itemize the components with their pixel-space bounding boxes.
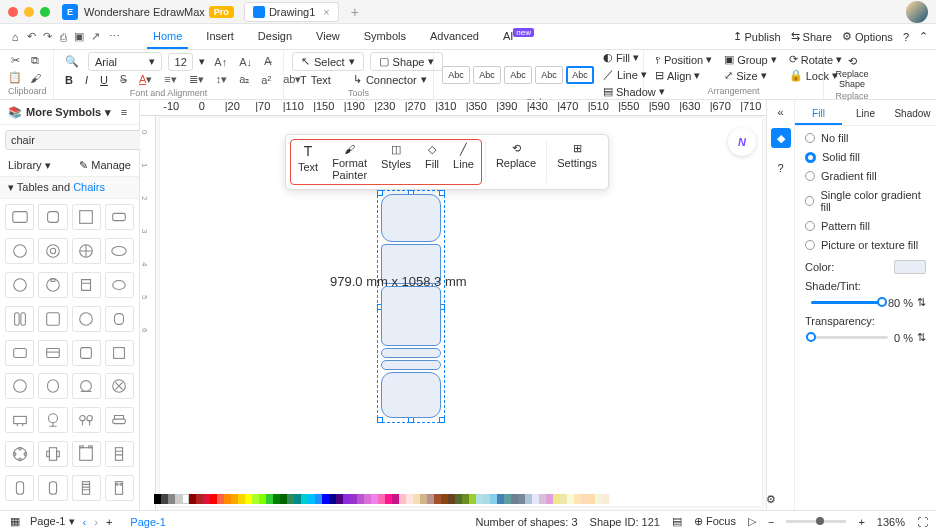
- ctx-fill[interactable]: ◇Fill: [418, 140, 446, 184]
- select-tool[interactable]: ↖ Select ▾: [292, 52, 364, 71]
- page-tab[interactable]: Page-1: [130, 516, 165, 528]
- focus-button[interactable]: ⊕ Focus: [694, 515, 736, 528]
- layers-icon[interactable]: ▤: [672, 515, 682, 528]
- save-icon[interactable]: ▣: [72, 30, 86, 44]
- zoom-out-icon[interactable]: −: [768, 516, 774, 528]
- shade-slider[interactable]: [811, 301, 882, 304]
- shape-thumb[interactable]: [38, 475, 67, 501]
- shape-thumb[interactable]: [72, 238, 101, 264]
- shape-thumb[interactable]: [105, 475, 134, 501]
- superscript-icon[interactable]: a²: [258, 72, 274, 88]
- style-preset-selected[interactable]: Abc: [566, 66, 594, 84]
- outline-icon[interactable]: ▦: [8, 515, 22, 529]
- line-spacing-icon[interactable]: ↕▾: [213, 71, 231, 88]
- selected-shape[interactable]: [381, 194, 441, 419]
- shape-thumb[interactable]: [105, 441, 134, 467]
- replace-shape-button[interactable]: ⟲ Replace Shape: [832, 52, 872, 91]
- ctx-settings[interactable]: ⊞Settings: [550, 139, 604, 185]
- more-symbols-button[interactable]: 📚 More Symbols▾ ≡: [0, 100, 139, 125]
- shape-thumb[interactable]: [5, 441, 34, 467]
- print-icon[interactable]: ⎙: [56, 30, 70, 44]
- ctx-line[interactable]: ╱Line: [446, 140, 481, 184]
- document-tab[interactable]: Drawing1 ×: [244, 2, 339, 22]
- group-dropdown[interactable]: ▣ Group▾: [721, 52, 780, 67]
- export-icon[interactable]: ↗: [88, 30, 102, 44]
- more-quick[interactable]: ⋯: [104, 28, 125, 45]
- shape-thumb[interactable]: [5, 475, 34, 501]
- category-header[interactable]: ▾ Tables and Chairs: [0, 176, 139, 199]
- tab-fill[interactable]: Fill: [795, 104, 842, 125]
- ai-assistant-button[interactable]: N: [728, 128, 756, 156]
- shape-thumb[interactable]: [105, 204, 134, 230]
- new-tab-button[interactable]: +: [345, 4, 365, 20]
- decrease-font-icon[interactable]: A↓: [236, 54, 255, 70]
- style-preset[interactable]: Abc: [442, 66, 470, 84]
- fill-picture-radio[interactable]: Picture or texture fill: [805, 239, 926, 251]
- text-tool[interactable]: T Text: [292, 72, 339, 88]
- shape-thumb[interactable]: [105, 272, 134, 298]
- prev-page-icon[interactable]: ‹: [83, 516, 87, 528]
- shape-thumb[interactable]: [72, 340, 101, 366]
- font-family-select[interactable]: Arial▾: [88, 52, 162, 71]
- help-icon[interactable]: ?: [903, 31, 909, 43]
- tab-insert[interactable]: Insert: [200, 25, 240, 49]
- shape-thumb[interactable]: [72, 373, 101, 399]
- ctx-replace[interactable]: ⟲Replace: [489, 139, 543, 185]
- ctx-text-button[interactable]: TText: [291, 140, 325, 184]
- present-icon[interactable]: ▷: [748, 515, 756, 528]
- add-page-icon[interactable]: +: [106, 516, 112, 528]
- shape-thumb[interactable]: [5, 204, 34, 230]
- shape-thumb[interactable]: [105, 306, 134, 332]
- style-preset[interactable]: Abc: [504, 66, 532, 84]
- shape-thumb[interactable]: [5, 373, 34, 399]
- zoom-value[interactable]: 136%: [877, 516, 905, 528]
- shape-thumb[interactable]: [38, 407, 67, 433]
- shape-thumb[interactable]: [72, 475, 101, 501]
- share-button[interactable]: ⇆ Share: [791, 30, 832, 43]
- italic-icon[interactable]: I: [82, 72, 91, 88]
- tab-advanced[interactable]: Advanced: [424, 25, 485, 49]
- increase-font-icon[interactable]: A↑: [211, 54, 230, 70]
- menu-icon[interactable]: ≡: [117, 105, 131, 119]
- cut-icon[interactable]: ✂: [8, 54, 22, 68]
- fill-gradient-radio[interactable]: Gradient fill: [805, 170, 926, 182]
- zoom-slider[interactable]: [786, 520, 846, 523]
- shape-thumb[interactable]: [5, 238, 34, 264]
- tab-line[interactable]: Line: [842, 104, 889, 125]
- transparency-slider[interactable]: [811, 336, 888, 339]
- font-search-icon[interactable]: 🔍: [62, 53, 82, 70]
- home-icon[interactable]: ⌂: [8, 30, 22, 44]
- collapse-panel-icon[interactable]: «: [777, 106, 783, 118]
- tab-home[interactable]: Home: [147, 25, 188, 49]
- tab-view[interactable]: View: [310, 25, 346, 49]
- shape-thumb[interactable]: [72, 204, 101, 230]
- align-icon[interactable]: ≣▾: [186, 71, 207, 88]
- shade-stepper[interactable]: ⇅: [917, 296, 926, 309]
- shape-thumb[interactable]: [5, 272, 34, 298]
- shape-thumb[interactable]: [105, 373, 134, 399]
- ctx-styles[interactable]: ◫Styles: [374, 140, 418, 184]
- fill-pattern-radio[interactable]: Pattern fill: [805, 220, 926, 232]
- shape-thumb[interactable]: [105, 340, 134, 366]
- next-page-icon[interactable]: ›: [94, 516, 98, 528]
- tab-ai[interactable]: AInew: [497, 25, 540, 49]
- tab-design[interactable]: Design: [252, 25, 298, 49]
- close-tab-icon[interactable]: ×: [323, 6, 329, 18]
- library-dropdown[interactable]: Library ▾: [8, 159, 51, 172]
- canvas-settings-icon[interactable]: ⚙: [766, 493, 776, 506]
- publish-button[interactable]: ↥ Publish: [733, 30, 781, 43]
- shape-thumb[interactable]: [38, 238, 67, 264]
- shape-thumb[interactable]: [5, 340, 34, 366]
- strike-icon[interactable]: S̶: [117, 71, 130, 88]
- fill-solid-radio[interactable]: Solid fill: [805, 151, 926, 163]
- style-preset[interactable]: Abc: [473, 66, 501, 84]
- position-dropdown[interactable]: ⫯ Position▾: [652, 52, 715, 67]
- collapse-ribbon-icon[interactable]: ⌃: [919, 30, 928, 43]
- manage-button[interactable]: ✎ Manage: [79, 159, 131, 172]
- fill-single-gradient-radio[interactable]: Single color gradient fill: [805, 189, 926, 213]
- undo-icon[interactable]: ↶: [24, 30, 38, 44]
- underline-icon[interactable]: U: [97, 72, 111, 88]
- subscript-icon[interactable]: a₂: [236, 71, 252, 88]
- user-avatar[interactable]: [906, 1, 928, 23]
- shape-tool[interactable]: ▢ Shape ▾: [370, 52, 444, 71]
